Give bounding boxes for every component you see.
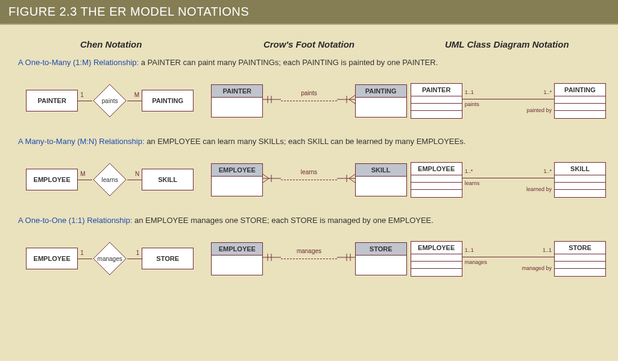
figure-header: FIGURE 2.3 THE ER MODEL NOTATIONS: [0, 0, 618, 24]
desc-text: a PAINTER can paint many PAINTINGs; each…: [139, 58, 438, 67]
uml-cell: EMPLOYEE 1..1 1..1 manages managed by ST…: [411, 231, 606, 286]
crow-entity-left: PAINTER: [211, 84, 263, 118]
chen-line: N: [127, 180, 142, 180]
uml-mult-right: 1..*: [543, 89, 552, 95]
crow-entity-left: EMPLOYEE: [211, 163, 263, 196]
chen-card-right: N: [135, 171, 139, 177]
crow-end-left-icon: [263, 172, 281, 187]
uml-mult-left: 1..*: [465, 168, 473, 174]
crow-entity-head: EMPLOYEE: [212, 243, 262, 256]
crow-entity-right: PAINTING: [355, 84, 407, 118]
uml-cell: EMPLOYEE 1..* 1..* learns learned by SKI…: [411, 152, 606, 207]
relationship-description: A One-to-One (1:1) Relationship: an EMPL…: [18, 216, 606, 225]
svg-line-11: [263, 174, 269, 178]
uml-cell: PAINTER 1..1 1..* paints painted by PAIN…: [411, 73, 606, 128]
column-headers: Chen Notation Crow's Foot Notation UML C…: [12, 39, 606, 49]
chen-relationship-diamond: paints: [92, 83, 127, 118]
notation-row: PAINTER 1 paints M PAINTING PAINTER pain…: [12, 73, 606, 128]
uml-label-right: learned by: [526, 186, 552, 192]
uml-line: [462, 178, 554, 178]
uml-line: [462, 257, 554, 257]
crow-cell: EMPLOYEE manages STORE: [211, 231, 406, 286]
crow-cell: PAINTER paints PAINTING: [211, 73, 406, 128]
uml-mult-left: 1..1: [465, 247, 474, 253]
crow-entity-body: [212, 98, 262, 117]
crow-entity-body: [212, 177, 262, 196]
chen-cell: PAINTER 1 paints M PAINTING: [12, 73, 207, 128]
uml-label-left: learns: [465, 180, 480, 186]
uml-mult-right: 1..*: [543, 168, 552, 174]
chen-rel-label: manages: [98, 256, 122, 262]
chen-card-right: 1: [136, 249, 140, 256]
crow-rel-label: manages: [297, 248, 321, 254]
uml-entity-head: PAINTING: [555, 84, 605, 96]
chen-entity-right: SKILL: [142, 169, 194, 190]
desc-lead: A Many-to-Many (M:N) Relationship:: [18, 137, 145, 146]
crow-entity-left: EMPLOYEE: [211, 242, 263, 275]
notation-row: EMPLOYEE 1 manages 1 STORE EMPLOYEE mana…: [12, 231, 606, 286]
relationship-block: A Many-to-Many (M:N) Relationship: an EM…: [12, 137, 606, 207]
crow-entity-body: [212, 256, 262, 275]
crow-entity-head: STORE: [356, 243, 406, 256]
svg-line-15: [349, 174, 355, 178]
uml-line: [462, 99, 554, 99]
rows-container: A One-to-Many (1:M) Relationship: a PAIN…: [12, 58, 606, 286]
uml-mult-left: 1..1: [465, 89, 474, 95]
uml-entity-head: PAINTER: [411, 84, 462, 96]
uml-entity-head: EMPLOYEE: [411, 242, 462, 254]
crow-entity-body: [356, 256, 406, 275]
crow-entity-right: STORE: [355, 242, 407, 275]
relationship-block: A One-to-Many (1:M) Relationship: a PAIN…: [12, 58, 606, 128]
uml-mult-right: 1..1: [543, 247, 552, 253]
chen-entity-left: EMPLOYEE: [26, 248, 78, 269]
chen-rel-label: paints: [102, 98, 118, 104]
chen-cell: EMPLOYEE M learns N SKILL: [12, 152, 207, 207]
uml-link: 1..1 1..* paints painted by: [462, 86, 554, 116]
chen-cell: EMPLOYEE 1 manages 1 STORE: [12, 231, 207, 286]
uml-entity: PAINTER: [411, 83, 462, 119]
uml-entity: EMPLOYEE: [411, 162, 462, 198]
crow-end-left-icon: [263, 93, 281, 108]
crow-entity-body: [356, 98, 406, 117]
notation-row: EMPLOYEE M learns N SKILL EMPLOYEE learn…: [12, 152, 606, 207]
uml-label-left: manages: [465, 259, 487, 265]
uml-entity-head: EMPLOYEE: [411, 163, 462, 175]
uml-entity-head: SKILL: [555, 163, 605, 175]
uml-link: 1..* 1..* learns learned by: [462, 165, 554, 195]
svg-line-16: [349, 178, 355, 183]
uml-label-right: painted by: [526, 107, 552, 113]
crow-rel-label: learns: [301, 169, 317, 175]
chen-entity-left: EMPLOYEE: [26, 169, 78, 190]
crow-entity-head: PAINTING: [356, 85, 406, 98]
uml-label-right: managed by: [522, 265, 552, 271]
chen-relationship-diamond: learns: [92, 162, 127, 197]
chen-card-left: M: [80, 171, 85, 177]
crow-link: manages: [263, 246, 355, 271]
chen-entity-left: PAINTER: [26, 90, 78, 111]
uml-entity: PAINTING: [554, 83, 606, 119]
uml-entity-head: STORE: [555, 242, 605, 254]
col-header-crow: Crow's Foot Notation: [210, 39, 408, 49]
uml-entity: SKILL: [554, 162, 606, 198]
chen-line: 1: [78, 259, 92, 259]
crow-cell: EMPLOYEE learns SKILL: [211, 152, 406, 207]
crow-end-right-icon: [337, 251, 355, 266]
desc-lead: A One-to-Many (1:M) Relationship:: [18, 58, 139, 67]
relationship-description: A Many-to-Many (M:N) Relationship: an EM…: [18, 137, 606, 146]
uml-entity: STORE: [554, 241, 606, 277]
chen-line: M: [78, 180, 92, 180]
col-header-chen: Chen Notation: [12, 39, 210, 49]
relationship-block: A One-to-One (1:1) Relationship: an EMPL…: [12, 216, 606, 286]
desc-lead: A One-to-One (1:1) Relationship:: [18, 216, 132, 225]
chen-card-left: 1: [80, 92, 84, 98]
svg-line-7: [349, 99, 355, 104]
crow-entity-head: PAINTER: [212, 85, 262, 98]
crow-link: paints: [263, 89, 355, 113]
chen-card-right: M: [134, 92, 139, 98]
chen-line: 1: [127, 259, 142, 259]
uml-label-left: paints: [465, 101, 479, 107]
chen-entity-right: PAINTING: [142, 90, 194, 111]
chen-relationship-diamond: manages: [92, 241, 127, 276]
chen-card-left: 1: [80, 249, 84, 256]
chen-line: 1: [78, 101, 92, 101]
